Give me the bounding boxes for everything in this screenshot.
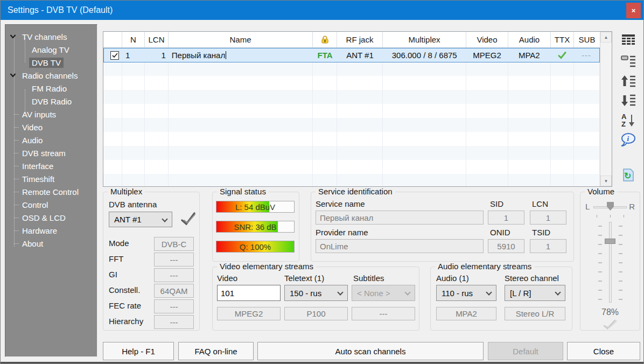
sort-channels-button[interactable]: A Z	[620, 111, 637, 129]
channel-enabled-checkbox[interactable]	[110, 51, 119, 60]
close-window-button[interactable]: ×	[626, 3, 641, 18]
tsid-label: TSID	[532, 228, 550, 237]
channel-row-selected[interactable]: 1 1 Первый канал FTA ANT #1 306.000 / 8 …	[103, 48, 600, 62]
sidebar-item-analog-tv[interactable]: Analog TV	[5, 43, 97, 56]
video-streams-group: Video elementary streams Video Teletext …	[212, 267, 419, 331]
svg-text:Z: Z	[621, 120, 626, 128]
signal-level-label: L: 54 dBuV	[216, 201, 294, 212]
help-button[interactable]: Help - F1	[103, 342, 174, 360]
sidebar-item-tv-channels[interactable]: TV channels	[5, 30, 97, 43]
close-button[interactable]: Close	[567, 342, 640, 360]
chevron-down-icon	[486, 290, 492, 296]
provider-name-value: OnLime	[316, 239, 484, 253]
constell-value: 64QAM	[154, 284, 194, 298]
sidebar-item-osd-lcd[interactable]: OSD & LCD	[5, 211, 97, 224]
balance-right-label: R	[629, 202, 635, 211]
header-checkbox-column[interactable]	[103, 32, 122, 47]
provider-name-label: Provider name	[316, 228, 368, 237]
teletext-dropdown[interactable]: 150 - rus	[284, 285, 348, 301]
header-video[interactable]: Video	[466, 32, 508, 47]
stereo-info-value: Stereo L/R	[505, 307, 565, 320]
subtitles-info-value: ---	[352, 307, 415, 320]
sidebar-item-timeshift[interactable]: Timeshift	[5, 172, 97, 185]
mode-label: Mode	[109, 239, 129, 248]
header-access[interactable]	[313, 32, 337, 47]
video-pid-input[interactable]	[217, 285, 281, 301]
sidebar-item-fm-radio[interactable]: FM Radio	[5, 82, 97, 95]
refresh-channels-button[interactable]: ↻	[620, 166, 637, 184]
hierarchy-label: Hierarchy	[109, 317, 143, 326]
sidebar-item-audio[interactable]: Audio	[5, 134, 97, 146]
audio-dropdown[interactable]: 110 - rus	[436, 285, 496, 301]
audio-streams-group: Audio elementary streams Audio (1) Stere…	[430, 267, 572, 331]
volume-confirm-check-icon	[602, 319, 619, 330]
volume-slider-track[interactable]	[609, 222, 612, 303]
signal-quality-label: Q: 100%	[216, 241, 294, 252]
channel-list-button[interactable]	[620, 32, 637, 49]
gi-value: ---	[154, 268, 194, 282]
volume-slider-thumb[interactable]	[605, 239, 615, 244]
rename-channel-button[interactable]	[620, 52, 637, 69]
sidebar-item-dvb-radio[interactable]: DVB Radio	[5, 95, 97, 108]
auto-scan-button[interactable]: Auto scan channels	[257, 342, 484, 360]
lcn-label: LCN	[532, 199, 548, 208]
svg-text:↻: ↻	[624, 171, 631, 180]
onid-value: 5910	[488, 239, 524, 253]
channel-table-body: 1 1 Первый канал FTA ANT #1 306.000 / 8 …	[103, 48, 600, 186]
faq-button[interactable]: FAQ on-line	[178, 342, 254, 360]
fec-rate-label: FEC rate	[109, 301, 141, 310]
dvb-antenna-dropdown[interactable]: ANT #1	[109, 212, 172, 227]
sidebar-item-about[interactable]: About	[5, 237, 97, 250]
fec-rate-value: ---	[154, 299, 194, 313]
scroll-down-icon[interactable]: ▼	[600, 176, 612, 186]
sidebar-item-remote-control[interactable]: Remote Control	[5, 185, 97, 198]
channel-info-button[interactable]: i	[620, 131, 637, 149]
move-channel-down-button[interactable]	[620, 92, 637, 109]
cell-n: 1	[123, 48, 145, 62]
teletext-page-value: P100	[284, 307, 348, 320]
sidebar-item-interface[interactable]: Interface	[5, 159, 97, 172]
sidebar-item-av-inputs[interactable]: AV inputs	[5, 108, 97, 121]
video-codec-value: MPEG2	[217, 307, 281, 320]
chevron-down-icon	[404, 290, 410, 296]
sidebar-item-video[interactable]: Video	[5, 121, 97, 134]
balance-slider-thumb[interactable]	[607, 202, 614, 211]
signal-snr-bar: SNR: 36 dB	[216, 221, 295, 233]
chevron-down-icon	[555, 290, 561, 296]
sidebar-item-control[interactable]: Control	[5, 198, 97, 211]
channel-name-edit[interactable]: Первый канал	[169, 48, 313, 62]
teletext-label: Teletext (1)	[284, 274, 324, 283]
sidebar-item-radio-channels[interactable]: Radio channels	[5, 69, 97, 82]
sid-value: 1	[488, 211, 524, 225]
subtitles-label: Subtitles	[353, 274, 384, 283]
volume-ticks-right	[619, 226, 622, 301]
multiplex-group-title: Multiplex	[108, 187, 145, 196]
header-ttx[interactable]: TTX	[551, 32, 574, 47]
channel-table-header: N LCN Name RF jack Multiplex Video Audio…	[103, 32, 600, 48]
video-pid-label: Video	[217, 274, 237, 283]
onid-label: ONID	[490, 228, 510, 237]
sidebar-item-dvb-tv[interactable]: DVB TV	[5, 56, 97, 69]
header-multiplex[interactable]: Multiplex	[383, 32, 466, 47]
chevron-down-icon	[162, 216, 167, 222]
refresh-icon: ↻	[621, 168, 635, 182]
header-name[interactable]: Name	[169, 32, 313, 47]
cell-lcn: 1	[145, 48, 169, 62]
lock-icon	[320, 35, 330, 44]
sidebar-item-dvb-stream[interactable]: DVB stream	[5, 146, 97, 159]
stereo-channel-dropdown[interactable]: [L / R]	[505, 285, 565, 301]
sidebar-item-hardware[interactable]: Hardware	[5, 224, 97, 237]
table-scrollbar[interactable]: ▲ ▼	[600, 32, 612, 186]
service-identification-group: Service identification Service name SID …	[311, 192, 574, 262]
header-lcn[interactable]: LCN	[145, 32, 169, 47]
header-rf-jack[interactable]: RF jack	[337, 32, 383, 47]
move-channel-up-button[interactable]	[620, 72, 637, 89]
header-n[interactable]: N	[122, 32, 145, 47]
scroll-up-icon[interactable]: ▲	[600, 32, 612, 43]
rename-icon	[621, 54, 636, 68]
volume-group-title: Volume	[585, 187, 617, 196]
header-sub[interactable]: SUB	[574, 32, 600, 47]
column-gridlines	[103, 48, 600, 186]
signal-status-title: Signal status	[217, 187, 269, 196]
header-audio[interactable]: Audio	[508, 32, 551, 47]
